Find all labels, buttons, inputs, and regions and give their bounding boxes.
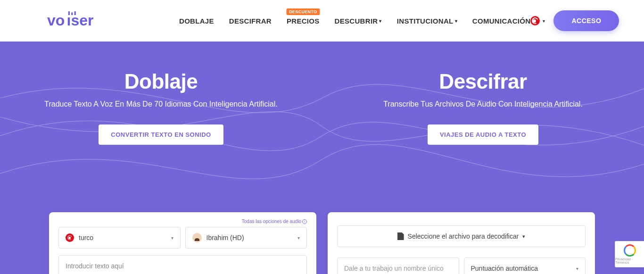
chevron-down-icon: ▾ [455, 18, 457, 24]
nav-doblaje[interactable]: DOBLAJE [179, 17, 214, 25]
file-select-label: Seleccione el archivo para decodificar [408, 232, 519, 240]
nav-precios[interactable]: DESCUENTO PRECIOS [287, 17, 320, 25]
nav-descubrir-label: DESCUBRIR [335, 17, 378, 25]
svg-text:vo: vo [47, 12, 65, 29]
nav-institucional-label: INSTITUCIONAL [397, 17, 454, 25]
chevron-down-icon: ▾ [297, 235, 300, 241]
descifrar-title: Descifrar [341, 70, 625, 93]
recaptcha-icon [624, 244, 636, 257]
info-icon: i [302, 219, 307, 224]
chevron-down-icon: ▾ [379, 18, 381, 24]
transcribe-panel: Seleccione el archivo para decodificar ▾… [328, 212, 595, 274]
svg-text:ıser: ıser [67, 12, 94, 29]
all-audio-options-link[interactable]: Todas las opciones de audio i [58, 219, 307, 224]
avatar-icon [192, 233, 202, 242]
nav-descifrar[interactable]: DESCIFRAR [229, 17, 272, 25]
descifrar-subtitle: Transcribe Tus Archivos De Audio Con Int… [341, 100, 625, 108]
access-button[interactable]: ACCESO [553, 10, 619, 31]
file-select-button[interactable]: Seleccione el archivo para decodificar ▾ [337, 225, 586, 247]
chevron-down-icon: ▾ [543, 18, 545, 24]
nav-precios-label: PRECIOS [287, 17, 320, 25]
chevron-down-icon: ▾ [522, 233, 525, 240]
logo[interactable]: vo ıser [47, 11, 123, 30]
header-right: ▾ ACCESO [530, 10, 619, 31]
tts-panel: Todas las opciones de audio i turco ▾ Ib… [49, 212, 316, 274]
nav-institucional[interactable]: INSTITUCIONAL▾ [397, 17, 457, 25]
main-nav: DOBLAJE DESCIFRAR DESCUENTO PRECIOS DESC… [179, 17, 530, 25]
chevron-down-icon: ▾ [576, 266, 578, 271]
language-selector[interactable]: ▾ [530, 16, 545, 25]
recaptcha-badge: Privacidad · Términos [615, 241, 644, 267]
audio-to-text-button[interactable]: VIAJES DE AUDIO A TEXTO [428, 125, 538, 145]
all-options-label: Todas las opciones de audio [242, 219, 301, 224]
nav-descubrir[interactable]: DESCUBRIR▾ [335, 17, 382, 25]
turkey-flag-icon [530, 16, 540, 25]
doblaje-subtitle: Traduce Texto A Voz En Más De 70 Idiomas… [19, 100, 303, 108]
language-select[interactable]: turco ▾ [58, 227, 181, 249]
language-value: turco [79, 234, 93, 241]
voice-value: Ibrahim (HD) [206, 234, 244, 241]
discount-badge: DESCUENTO [286, 8, 320, 15]
text-input[interactable] [58, 255, 307, 274]
convert-text-button[interactable]: CONVERTIR TEXTO EN SONIDO [99, 125, 223, 145]
recaptcha-text: Privacidad · Términos [615, 257, 644, 264]
punctuation-value: Puntuación automática [471, 265, 538, 272]
doblaje-title: Doblaje [19, 70, 303, 93]
turkey-flag-icon [66, 233, 74, 242]
hero-descifrar: Descifrar Transcribe Tus Archivos De Aud… [322, 70, 644, 145]
chevron-down-icon: ▾ [171, 235, 173, 241]
hero-doblaje: Doblaje Traduce Texto A Voz En Más De 70… [0, 70, 322, 145]
hero-section: Doblaje Traduce Texto A Voz En Más De 70… [0, 42, 644, 274]
nav-comunicacion[interactable]: COMUNICACIÓN [472, 17, 531, 25]
punctuation-select[interactable]: Puntuación automática ▾ [464, 257, 586, 274]
site-header: vo ıser DOBLAJE DESCIFRAR DESCUENTO PREC… [0, 0, 644, 42]
voice-select[interactable]: Ibrahim (HD) ▾ [185, 227, 307, 249]
job-name-input[interactable] [337, 257, 459, 274]
file-upload-icon [397, 232, 404, 240]
